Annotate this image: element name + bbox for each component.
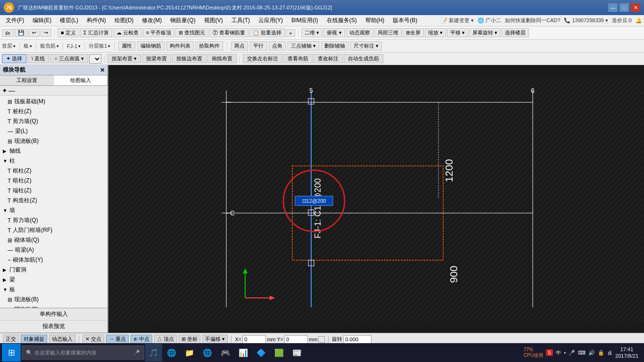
bell-icon[interactable]: 🔔 (636, 17, 642, 24)
open-btn[interactable]: 🗁 (2, 29, 14, 37)
orthogonal-btn[interactable]: 正交 (3, 335, 19, 344)
menu-tools[interactable]: 工具(T) (228, 16, 254, 25)
speaker-icon[interactable]: 🔊 (588, 350, 595, 356)
fullscreen-btn[interactable]: ⊞全屏 (403, 28, 424, 37)
mic-tray-icon[interactable]: 🎤 (569, 350, 575, 356)
menu-bim[interactable]: BIM应用(I) (288, 16, 322, 25)
align-btn[interactable]: ≡ 平齐板顶 (143, 28, 174, 37)
menu-online[interactable]: 在线服务(S) (323, 16, 361, 25)
minimize-button[interactable]: — (608, 3, 618, 12)
tree-beam-top[interactable]: —梁(L) (1, 126, 107, 136)
ime-label[interactable]: 中 (556, 349, 561, 356)
save-btn[interactable]: 💾 (15, 29, 28, 37)
tree-beam-group[interactable]: ▶梁 (1, 275, 107, 285)
tree-raft-foundation[interactable]: ⊞筏板基础(M) (1, 97, 107, 107)
undo-btn[interactable]: ↩ (29, 29, 40, 37)
wall-expand-icon[interactable]: ▼ (3, 208, 9, 213)
tree-shear-wall-top[interactable]: T剪力墙(Q) (1, 116, 107, 126)
tree-column-group[interactable]: ▼柱 (1, 156, 107, 166)
report-preview-btn[interactable]: 报表预览 (0, 321, 107, 333)
menu-modify[interactable]: 修改(M) (138, 16, 165, 25)
tab-project-setup[interactable]: 工程设置 (0, 75, 54, 85)
parallel-btn[interactable]: 平行 (250, 41, 267, 50)
tree-slab-group[interactable]: ▼板 (1, 285, 107, 295)
by-frame-btn[interactable]: 按架布置 ▾ (107, 54, 141, 63)
by-board-edge-btn[interactable]: 按板边布置 (172, 54, 206, 63)
arc-combo[interactable] (89, 54, 101, 64)
three-point-axis-btn[interactable]: 三点辅轴 ▾ (288, 41, 319, 50)
tree-masonry-wall[interactable]: ⊞砌体墙(Q) (1, 235, 107, 245)
menu-file[interactable]: 文件(F) (2, 16, 28, 25)
menu-edit[interactable]: 编辑(E) (29, 16, 55, 25)
network-icon[interactable]: 🔒 (598, 350, 604, 356)
local-3d-btn[interactable]: 局部三维 (374, 28, 402, 37)
print-icon[interactable]: 🖨 (607, 350, 612, 355)
sidebar-tool-icon1[interactable]: ✦ (2, 87, 8, 94)
menu-rebar-qty[interactable]: 钢筋量(Q) (166, 16, 199, 25)
tree-hidden-col[interactable]: T暗柱(Z) (1, 176, 107, 186)
view-btn[interactable]: 俯视 ▾ (323, 28, 345, 37)
arc-tool[interactable]: ○ 三点画弧 ▾ (50, 54, 88, 63)
2d-btn[interactable]: 二维 ▾ (301, 28, 322, 37)
view-modify-annotation-btn[interactable]: 查改标注 (314, 54, 343, 63)
more-btn[interactable]: » (286, 29, 295, 37)
x-input[interactable] (242, 335, 266, 344)
beam-expand-icon[interactable]: ▶ (3, 277, 9, 282)
door-expand-icon[interactable]: ▶ (3, 267, 9, 272)
endpoint-btn[interactable]: → 重点 (106, 335, 129, 344)
tree-door-window[interactable]: ▶门窗洞 (1, 265, 107, 275)
floor-dropdown[interactable]: ▾ (13, 44, 16, 49)
new-change-btn[interactable]: 📝 新建变更 ▾ (441, 17, 474, 24)
tab-drawing-input[interactable]: 绘图输入 (54, 75, 107, 85)
delete-axis-btn[interactable]: 删除辅轴 (321, 41, 348, 50)
layer-dropdown[interactable]: ▾ (108, 44, 110, 49)
view-rebar-layout-btn[interactable]: 查看布筋 (283, 54, 313, 63)
col-expand-icon[interactable]: ▼ (3, 158, 9, 164)
axis-expand-icon[interactable]: ▶ (3, 148, 9, 154)
tree-spiral-slab[interactable]: ⊞螺旋板(B) (1, 304, 107, 308)
canvas-area[interactable]: FJ-1: C12@200 ⊡12@200 1200 900 5 6 C (108, 65, 644, 333)
line-tool[interactable]: \ 直线 (27, 54, 49, 63)
menu-help[interactable]: 帮助(H) (362, 16, 388, 25)
tree-wall-group[interactable]: ▼墙 (1, 206, 107, 215)
dynamic-input-btn[interactable]: 动态输入 (49, 335, 75, 344)
find-btn[interactable]: ⊞ 查找图元 (175, 28, 208, 37)
taskbar-search[interactable]: 🔍 在这里输入你要搜索的内容 🎤 (22, 346, 144, 360)
edit-rebar-btn[interactable]: 编辑钢筋 (137, 41, 165, 50)
pan-btn[interactable]: 平移 ▾ (447, 28, 468, 37)
start-button[interactable]: ⊞ (2, 344, 21, 362)
tree-frame-col[interactable]: T框柱(Z) (1, 166, 107, 176)
pick-component-btn[interactable]: 拾取构件 (196, 41, 223, 50)
intersection-btn[interactable]: ✕ 交点 (83, 335, 104, 344)
coordinate-btn[interactable]: ⊞ 坐标 (179, 335, 200, 344)
batch-select-btn[interactable]: 📋 批量选择 (249, 28, 285, 37)
rebar-type-dropdown[interactable]: ▾ (57, 44, 59, 49)
redo-btn[interactable]: ↪ (41, 29, 51, 37)
midpoint-btn[interactable]: ⊕ 中点 (131, 335, 152, 344)
taskbar-app-music[interactable]: 🎵 (145, 344, 162, 362)
vertex-btn[interactable]: △ 顶点 (154, 335, 177, 344)
dynamic-view-btn[interactable]: 动态观察 (346, 28, 373, 37)
unit-box[interactable] (318, 336, 325, 343)
zoom-btn[interactable]: 缩放 ▾ (425, 28, 446, 37)
object-snap-btn[interactable]: 对象捕捉 (21, 335, 47, 344)
tree-cast-slab-top[interactable]: ⊞现浇板(B) (1, 136, 107, 146)
guangxiao-btn[interactable]: 🌐 广小二 (478, 17, 501, 24)
by-beam-btn[interactable]: 按梁布置 (142, 54, 171, 63)
menu-version[interactable]: 版本号(B) (389, 16, 421, 25)
swap-annotation-btn[interactable]: 交换左右标注 (243, 54, 282, 63)
auto-neg-rebar-btn[interactable]: 自动生成负筋 (344, 54, 383, 63)
taskbar-app-game[interactable]: 🎮 (217, 344, 234, 362)
menu-draw[interactable]: 绘图(D) (111, 16, 138, 25)
two-point-btn[interactable]: 两点 (231, 41, 248, 50)
dimension-btn[interactable]: 尺寸标注 ▾ (350, 41, 382, 50)
draw-line-btn[interactable]: 画线布置 (207, 54, 237, 63)
select-floor-btn[interactable]: 选择楼层 (502, 28, 529, 37)
no-offset-btn[interactable]: 不偏移 ▾ (202, 335, 228, 344)
menu-view[interactable]: 视图(V) (200, 16, 227, 25)
taskbar-app-browser[interactable]: 🌐 (199, 344, 216, 362)
single-component-btn[interactable]: 单构件输入 (0, 308, 107, 321)
point-angle-btn[interactable]: 点角 (269, 41, 286, 50)
taskbar-app-blue[interactable]: 🔷 (253, 344, 270, 362)
select-tool[interactable]: ✦ 选择 (2, 54, 26, 63)
